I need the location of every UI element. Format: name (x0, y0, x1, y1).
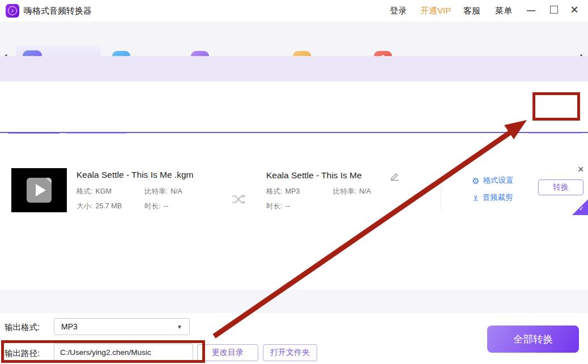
open-folder-button[interactable]: 打开文件夹 (263, 344, 317, 361)
file-list-item[interactable]: Keala Settle - This Is Me .kgm 格式:KGM 比特… (0, 82, 588, 133)
minimize-button[interactable] (527, 10, 535, 11)
source-format: 格式:KGM (76, 187, 112, 196)
remove-file-icon[interactable]: × (578, 164, 584, 175)
output-path-label: 输出路径: (5, 348, 40, 359)
support-link[interactable]: 客服 (463, 6, 480, 16)
app-logo-icon: ♪ (6, 4, 19, 18)
gear-icon: ⚙ (472, 177, 479, 185)
selected-check-icon: ✓ (579, 205, 584, 212)
source-size: 大小:25.7 MB (76, 202, 122, 211)
format-settings-label: 格式设置 (483, 175, 513, 186)
convert-all-button[interactable]: 全部转换 (487, 326, 579, 353)
audio-trim-button[interactable]: ✂ 音频裁剪 (472, 192, 513, 203)
output-format-value: MP3 (61, 322, 78, 331)
scissors-icon: ✂ (471, 194, 480, 202)
file-toolbar: ⊕ 添加文件 添加文件夹 删除选中 (0, 56, 588, 82)
source-bitrate: 比特率:N/A (144, 187, 182, 196)
output-format-dropdown[interactable]: MP3 ▼ (54, 318, 190, 335)
selection-bar: ✓ 全选 已选择 1 个媒体文件 (0, 290, 588, 313)
maximize-button[interactable] (550, 6, 558, 14)
edit-pencil-icon[interactable] (390, 171, 400, 181)
menu-link[interactable]: 菜单 (495, 6, 512, 16)
music-note-icon: ♪ (8, 6, 17, 15)
output-bitrate: 比特率:N/A (333, 187, 371, 196)
play-file-icon (27, 178, 52, 203)
convert-button[interactable]: 转换 (538, 179, 583, 195)
format-settings-button[interactable]: ⚙ 格式设置 (472, 175, 513, 186)
audio-trim-label: 音频裁剪 (483, 192, 513, 203)
shuffle-arrows-icon (231, 194, 246, 204)
app-title: 嗨格式音频转换器 (24, 6, 92, 16)
output-duration: 时长:-- (266, 202, 290, 211)
app-window: ♪ 嗨格式音频转换器 登录 开通VIP 客服 菜单 × 音频转换 音频压缩 人声… (0, 0, 588, 364)
source-duration: 时长:-- (144, 202, 168, 211)
row-divider (441, 170, 441, 209)
source-file-name: Keala Settle - This Is Me .kgm (76, 170, 193, 180)
file-thumbnail (11, 168, 67, 212)
login-link[interactable]: 登录 (390, 6, 407, 16)
output-path-input[interactable] (54, 344, 193, 361)
output-file-name: Keala Settle - This Is Me (266, 170, 362, 181)
vip-link[interactable]: 开通VIP (420, 6, 451, 16)
close-button[interactable]: × (570, 1, 578, 18)
output-format-label: 输出格式: (5, 322, 40, 333)
output-format: 格式:MP3 (266, 187, 300, 196)
change-directory-button[interactable]: 更改目录 (197, 344, 258, 361)
titlebar: ♪ 嗨格式音频转换器 登录 开通VIP 客服 菜单 × (0, 0, 588, 22)
caret-down-icon: ▼ (177, 324, 182, 330)
tabbar: 音频转换 音频压缩 人声/伴奏提取 音频合并 音频提取 (0, 22, 588, 55)
